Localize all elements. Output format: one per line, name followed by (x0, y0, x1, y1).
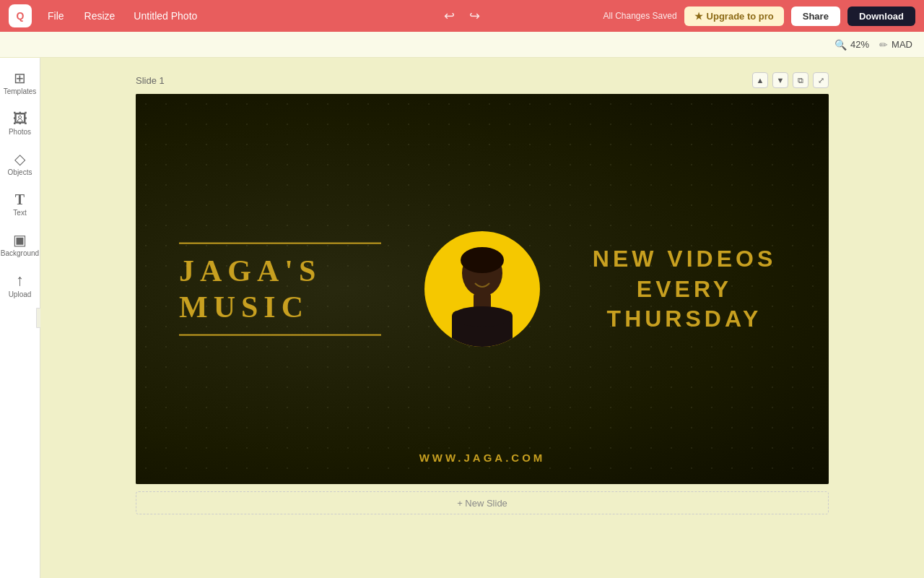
avatar-svg (424, 231, 540, 347)
slide-url[interactable]: WWW.JAGA.COM (419, 452, 546, 464)
file-menu[interactable]: File (43, 7, 69, 25)
slide-right-section: NEW VIDEOS EVERY THURSDAY (583, 244, 785, 335)
canvas-area[interactable]: Slide 1 ▲ ▼ ⧉ ⤢ JAGA'S MUSIC (40, 58, 924, 578)
templates-icon: ⊞ (14, 71, 26, 85)
slide-main-title[interactable]: JAGA'S MUSIC (179, 253, 424, 326)
slide-new-videos-text[interactable]: NEW VIDEOS EVERY THURSDAY (583, 244, 785, 335)
zoom-bar: 🔍 42% ✏ MAD (0, 32, 924, 58)
objects-icon: ◇ (14, 152, 25, 166)
zoom-value: 42% (850, 39, 869, 50)
slide-avatar-circle (424, 231, 540, 347)
sidebar-item-text[interactable]: T Text (2, 185, 38, 224)
resize-menu[interactable]: Resize (80, 7, 120, 25)
sidebar-upload-label: Upload (9, 290, 32, 298)
slide-label-row: Slide 1 ▲ ▼ ⧉ ⤢ (136, 72, 829, 88)
share-button[interactable]: Share (791, 7, 840, 26)
slide-title-section: JAGA'S MUSIC (179, 243, 424, 336)
photos-icon: 🖼 (13, 111, 27, 126)
background-icon: ▣ (13, 233, 27, 247)
zoom-icon: 🔍 (834, 39, 847, 51)
slide-canvas[interactable]: JAGA'S MUSIC (136, 94, 829, 484)
redo-button[interactable]: ↪ (469, 8, 480, 24)
save-status: All Changes Saved (603, 11, 677, 21)
slide-up-button[interactable]: ▲ (752, 72, 768, 88)
sidebar-item-background[interactable]: ▣ Background (2, 225, 38, 264)
slide-wrapper: Slide 1 ▲ ▼ ⧉ ⤢ JAGA'S MUSIC (136, 72, 829, 484)
slide-bottom-decorative-line (179, 334, 381, 335)
svg-point-1 (461, 247, 504, 273)
slide-avatar-section (424, 231, 540, 347)
star-icon: ★ (694, 11, 703, 22)
upload-icon: ↑ (16, 272, 24, 288)
undo-redo-controls: ↩ ↪ (444, 8, 480, 24)
slide-down-button[interactable]: ▼ (772, 72, 788, 88)
sidebar-text-label: Text (13, 209, 26, 217)
app-logo: Q (9, 4, 32, 27)
svg-point-4 (452, 306, 513, 327)
undo-button[interactable]: ↩ (444, 8, 455, 24)
download-button[interactable]: Download (847, 7, 915, 26)
mad-button[interactable]: ✏ MAD (879, 39, 912, 51)
text-icon: T (15, 192, 25, 207)
upgrade-button[interactable]: ★ Upgrade to pro (684, 7, 784, 26)
mad-label: MAD (892, 39, 912, 50)
document-title[interactable]: Untitled Photo (134, 10, 197, 22)
top-bar: Q File Resize Untitled Photo ↩ ↪ All Cha… (0, 0, 924, 32)
sidebar-item-upload[interactable]: ↑ Upload (2, 266, 38, 305)
main-layout: ⊞ Templates 🖼 Photos ◇ Objects T Text ▣ … (0, 58, 924, 578)
sidebar-photos-label: Photos (9, 128, 31, 136)
pencil-icon: ✏ (879, 39, 888, 51)
slide-controls: ▲ ▼ ⧉ ⤢ (752, 72, 829, 88)
sidebar-objects-label: Objects (8, 168, 32, 176)
sidebar-item-photos[interactable]: 🖼 Photos (2, 104, 38, 143)
top-right-actions: All Changes Saved ★ Upgrade to pro Share… (603, 7, 916, 26)
slide-expand-button[interactable]: ⤢ (813, 72, 829, 88)
sidebar: ⊞ Templates 🖼 Photos ◇ Objects T Text ▣ … (0, 58, 40, 578)
slide-top-decorative-line (179, 243, 381, 244)
sidebar-item-objects[interactable]: ◇ Objects (2, 144, 38, 184)
sidebar-item-templates[interactable]: ⊞ Templates (2, 64, 38, 103)
slide-label: Slide 1 (136, 75, 165, 86)
new-slide-bar[interactable]: + New Slide (136, 491, 829, 514)
slide-copy-button[interactable]: ⧉ (793, 72, 808, 88)
sidebar-background-label: Background (1, 249, 39, 257)
zoom-control[interactable]: 🔍 42% (834, 39, 869, 51)
sidebar-templates-label: Templates (4, 87, 37, 95)
